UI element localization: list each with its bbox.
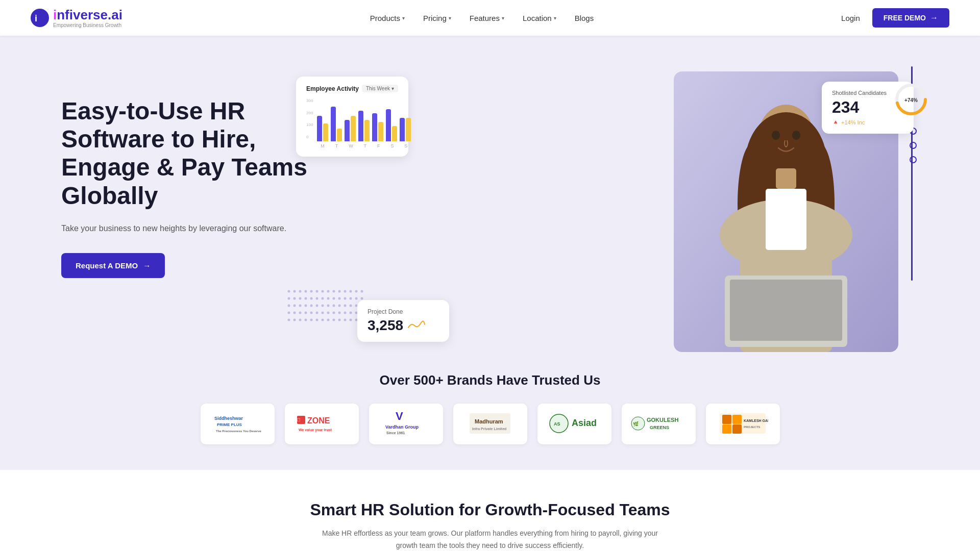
chevron-down-icon: ▾ bbox=[402, 15, 405, 21]
hero-section: Easy-to-Use HR Software to Hire, Engage … bbox=[0, 36, 980, 352]
svg-rect-109 bbox=[722, 415, 731, 424]
svg-text:Siddheshwar: Siddheshwar bbox=[214, 416, 243, 421]
svg-point-56 bbox=[344, 305, 347, 307]
dot-pattern: // Inline dots via JS below bbox=[10, 281, 92, 321]
svg-point-53 bbox=[327, 305, 330, 307]
svg-point-16 bbox=[772, 131, 780, 140]
svg-point-33 bbox=[293, 297, 296, 300]
svg-text:The Preciousness You Deserve: The Preciousness You Deserve bbox=[216, 430, 261, 433]
brand-card-asiad: AS Asiad bbox=[537, 404, 611, 444]
dot-pattern-svg bbox=[286, 288, 365, 332]
nav-item-location[interactable]: Location ▾ bbox=[523, 14, 556, 22]
bar-purple bbox=[345, 120, 350, 141]
svg-rect-13 bbox=[766, 189, 806, 250]
brand-logo-ozone: □ ZONE We value your trust bbox=[296, 411, 347, 438]
hero-title: Easy-to-Use HR Software to Hire, Engage … bbox=[61, 97, 327, 210]
svg-point-26 bbox=[333, 290, 335, 293]
svg-point-18 bbox=[288, 290, 290, 293]
svg-point-41 bbox=[338, 297, 341, 300]
svg-point-74 bbox=[288, 319, 290, 321]
svg-text:🌿: 🌿 bbox=[633, 421, 639, 427]
svg-point-47 bbox=[293, 305, 296, 307]
brand-card-ozone: □ ZONE We value your trust bbox=[285, 404, 359, 444]
svg-text:□: □ bbox=[297, 417, 300, 422]
logo[interactable]: i infiverse.ai Empowering Business Growt… bbox=[31, 8, 122, 28]
brand-card-kamlesh: KAMLESH GANDHI PROJECTS bbox=[706, 404, 780, 444]
svg-point-22 bbox=[310, 290, 313, 293]
bar-group bbox=[400, 118, 411, 141]
svg-point-71 bbox=[350, 312, 352, 314]
hero-left: Easy-to-Use HR Software to Hire, Engage … bbox=[61, 66, 327, 278]
bar-yellow bbox=[337, 129, 342, 141]
svg-point-65 bbox=[316, 312, 318, 314]
chevron-down-icon: ▾ bbox=[554, 15, 556, 21]
hero-subtitle: Take your business to new heights by lev… bbox=[61, 222, 327, 235]
svg-point-54 bbox=[333, 305, 335, 307]
chevron-down-icon: ▾ bbox=[449, 15, 451, 21]
svg-rect-10 bbox=[776, 168, 796, 189]
request-demo-button[interactable]: Request A DEMO → bbox=[61, 253, 165, 278]
svg-point-21 bbox=[305, 290, 307, 293]
brand-logo-gokulesh: 🌿 GOKULESH GREENS bbox=[630, 411, 687, 437]
svg-point-38 bbox=[322, 297, 324, 300]
side-nav-dot-3[interactable] bbox=[910, 156, 917, 163]
svg-point-42 bbox=[344, 297, 347, 300]
svg-text:Since 1961: Since 1961 bbox=[386, 431, 405, 435]
svg-text:GOKULESH: GOKULESH bbox=[647, 417, 678, 423]
svg-point-45 bbox=[361, 297, 363, 300]
svg-point-49 bbox=[305, 305, 307, 307]
svg-text:KAMLESH GANDHI: KAMLESH GANDHI bbox=[744, 419, 768, 422]
y-axis-labels: 300 200 100 0 bbox=[306, 98, 313, 139]
nav-right: Login FREE DEMO → bbox=[841, 8, 949, 28]
bar-group bbox=[331, 107, 342, 141]
arrow-icon: → bbox=[143, 261, 151, 270]
chevron-down-icon: ▾ bbox=[391, 86, 394, 91]
hero-right: Employee Activity This Week ▾ 300 200 10… bbox=[327, 66, 919, 352]
nav-item-pricing[interactable]: Pricing ▾ bbox=[423, 14, 451, 22]
bar-purple bbox=[400, 118, 405, 141]
svg-point-39 bbox=[327, 297, 330, 300]
brand-card-siddheshwar: SiddheshwarPRIME PLUSThe Preciousness Yo… bbox=[201, 404, 275, 444]
nav-item-blogs[interactable]: Blogs bbox=[575, 14, 594, 22]
svg-point-35 bbox=[305, 297, 307, 300]
login-button[interactable]: Login bbox=[841, 14, 860, 22]
donut-chart: +74% bbox=[893, 82, 929, 117]
svg-point-30 bbox=[355, 290, 358, 293]
bar-yellow bbox=[378, 122, 383, 141]
free-demo-button[interactable]: FREE DEMO → bbox=[872, 8, 949, 28]
svg-point-66 bbox=[322, 312, 324, 314]
svg-point-63 bbox=[305, 312, 307, 314]
svg-text:Madhuram: Madhuram bbox=[475, 418, 503, 424]
nav-item-products[interactable]: Products ▾ bbox=[370, 14, 405, 22]
logo-text: infiverse.ai bbox=[53, 7, 122, 22]
svg-point-84 bbox=[344, 319, 347, 321]
svg-point-80 bbox=[322, 319, 324, 321]
bar-yellow bbox=[323, 123, 328, 141]
activity-week-label: This Week ▾ bbox=[362, 85, 398, 92]
nav-item-features[interactable]: Features ▾ bbox=[470, 14, 504, 22]
svg-text:PRIME PLUS: PRIME PLUS bbox=[217, 422, 242, 427]
brand-logo-vardhan: V Vardhan Group Since 1961 bbox=[380, 411, 431, 437]
svg-point-68 bbox=[333, 312, 335, 314]
svg-point-62 bbox=[299, 312, 302, 314]
svg-text:We value your trust: We value your trust bbox=[299, 428, 332, 432]
activity-card-title: Employee Activity bbox=[306, 85, 359, 92]
brand-logo-kamlesh: KAMLESH GANDHI PROJECTS bbox=[717, 411, 768, 437]
svg-point-27 bbox=[338, 290, 341, 293]
svg-point-83 bbox=[338, 319, 341, 321]
svg-point-50 bbox=[310, 305, 313, 307]
arrow-icon: → bbox=[930, 13, 938, 22]
navbar: i infiverse.ai Empowering Business Growt… bbox=[0, 0, 980, 36]
bar-purple bbox=[386, 109, 391, 141]
bar-yellow bbox=[392, 126, 397, 141]
svg-point-52 bbox=[322, 305, 324, 307]
bar-purple bbox=[317, 116, 322, 141]
svg-point-67 bbox=[327, 312, 330, 314]
side-nav-dot-2[interactable] bbox=[910, 142, 917, 149]
svg-point-20 bbox=[299, 290, 302, 293]
svg-point-57 bbox=[350, 305, 352, 307]
svg-point-19 bbox=[293, 290, 296, 293]
svg-text:i: i bbox=[35, 13, 37, 23]
svg-point-79 bbox=[316, 319, 318, 321]
svg-rect-110 bbox=[732, 415, 742, 424]
